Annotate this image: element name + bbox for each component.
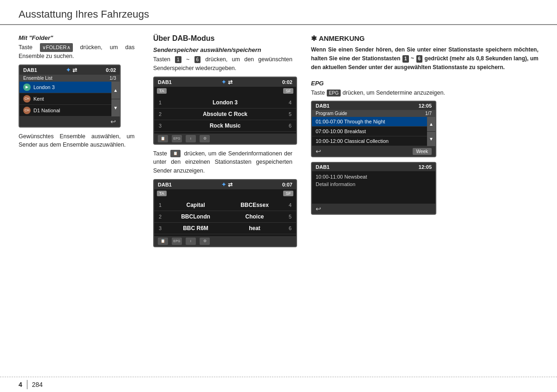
page-divider — [27, 380, 27, 389]
detail-info: Detail information — [316, 181, 432, 187]
preset-name: London 3 — [166, 99, 284, 106]
week-button[interactable]: Week — [413, 148, 432, 155]
bluetooth-icon: ✦ — [66, 67, 71, 73]
dab-icons: ✦ ⇄ — [221, 181, 233, 188]
note-btn-1[interactable]: 1 — [402, 55, 409, 63]
sync-icon: ⇄ — [72, 67, 77, 73]
list-item[interactable]: CH Kent — [19, 93, 111, 105]
station-row[interactable]: 3 BBC R6M heat 6 — [154, 223, 296, 234]
preset-right: 5 — [284, 111, 291, 117]
detail-footer: ↩ — [312, 204, 435, 214]
page-title: Ausstattung Ihres Fahrzeugs — [19, 8, 538, 20]
station-left: Capital — [166, 202, 225, 208]
dab-header: DAB1 ✦ ⇄ 0:07 — [154, 180, 296, 189]
list-item[interactable]: ▶ London 3 — [19, 82, 111, 93]
column-3: ✱ ANMERKUNG Wenn Sie einen Sender hören,… — [302, 34, 538, 252]
epg-subheader: Program Guide 1/7 — [312, 110, 435, 117]
dab-screen-ensemble: DAB1 ✦ ⇄ 0:02 Ensemble List 1/3 ▶ London… — [19, 64, 121, 128]
ensemble-list: ▶ London 3 CH Kent CH D1 National — [19, 82, 111, 116]
dab-screen-preset: DAB1 ✦ ⇄ 0:02 TA SF 1 London 3 4 2 — [153, 77, 297, 145]
station-right: heat — [225, 225, 284, 231]
tag-row: TA SF — [154, 189, 296, 198]
page-number: 284 — [32, 381, 43, 388]
preset-num: 3 — [159, 123, 166, 129]
list-item[interactable]: CH D1 National — [19, 105, 111, 116]
preset-row[interactable]: 3 Rock Music 6 — [154, 120, 296, 132]
info-btn-inline[interactable]: 📋 — [170, 150, 181, 157]
dab-label: DAB1 — [316, 164, 330, 170]
ensemble-subheader: Ensemble List 1/3 — [19, 75, 120, 82]
ensemble-list-area: ▶ London 3 CH Kent CH D1 National ▲ ▼ — [19, 82, 120, 116]
settings-icon[interactable]: ⚙ — [200, 238, 210, 245]
preset-num: 2 — [159, 111, 166, 117]
preset-btn-1[interactable]: 1 — [175, 56, 181, 63]
sync-icon: ⇄ — [228, 181, 233, 188]
ta-tag: TA — [157, 88, 167, 94]
page-number-bold: 4 — [19, 381, 22, 388]
detail-content: 10:00-11:00 Newsbeat Detail information — [312, 171, 435, 204]
dab-label: DAB1 — [316, 103, 330, 109]
preset-name: Rock Music — [166, 122, 284, 129]
epg-title: EPG — [311, 80, 538, 87]
info-icon[interactable]: i — [186, 135, 196, 142]
ensemble-label: Ensemble List — [23, 76, 52, 81]
info-icon[interactable]: i — [186, 238, 196, 245]
dab-time: 0:02 — [282, 79, 292, 85]
dab-screen-stations: DAB1 ✦ ⇄ 0:07 TA SF 1 Capital BBCEssex 4 — [153, 179, 297, 247]
epg-item[interactable]: 07:00-10:00 Breakfast — [312, 127, 427, 136]
folder-button[interactable]: ∨FOLDER∧ — [40, 43, 73, 52]
ch-icon: CH — [23, 107, 31, 114]
station-left: BBCLondn — [166, 213, 225, 220]
back-icon[interactable]: ↩ — [110, 118, 116, 125]
dab-footer: 📋 EPG i ⚙ — [154, 134, 296, 144]
preset-row[interactable]: 1 London 3 4 — [154, 97, 296, 109]
back-icon[interactable]: ↩ — [316, 205, 321, 212]
preset-btn-6[interactable]: 6 — [194, 56, 201, 63]
scroll-down-button[interactable]: ▼ — [427, 132, 435, 146]
station-left: BBC R6M — [166, 225, 225, 231]
dab-header: DAB1 12:05 — [312, 102, 435, 110]
play-icon: ▶ — [23, 84, 31, 91]
preset-num: 1 — [159, 100, 166, 105]
col2-section-title: Über DAB-Modus — [153, 34, 292, 43]
list-icon[interactable]: 📋 — [158, 238, 168, 245]
station-right: Choice — [225, 213, 284, 220]
epg-btn[interactable]: EPG — [327, 90, 340, 96]
epg-icon[interactable]: EPG — [172, 238, 182, 245]
col2-para1: Tasten 1 ~ 6 drücken, um den gewünschten… — [153, 55, 292, 73]
back-icon[interactable]: ↩ — [316, 148, 321, 155]
preset-right: 6 — [284, 123, 291, 129]
station-row[interactable]: 1 Capital BBCEssex 4 — [154, 199, 296, 211]
preset-row[interactable]: 2 Absolute C Rock 5 — [154, 109, 296, 120]
station-right-num: 5 — [284, 214, 291, 219]
station-right-num: 6 — [284, 225, 291, 231]
scroll-up-button[interactable]: ▲ — [111, 82, 120, 99]
list-icon[interactable]: 📋 — [158, 135, 168, 142]
note-btn-6[interactable]: 6 — [416, 55, 423, 63]
sync-icon: ⇄ — [228, 79, 233, 85]
dab-time: 0:02 — [106, 67, 116, 73]
station-row[interactable]: 2 BBCLondn Choice 5 — [154, 211, 296, 223]
epg-item[interactable]: 01:00-07:00 Through the Night — [312, 117, 427, 127]
scroll-up-button[interactable]: ▲ — [427, 117, 435, 131]
settings-icon[interactable]: ⚙ — [200, 135, 210, 142]
epg-list: 01:00-07:00 Through the Night 07:00-10:0… — [312, 117, 427, 146]
epg-para: Taste EPG drücken, um Sendetermine anzuz… — [311, 89, 538, 97]
col1-para2: Gewünschtes Ensemble auswählen, um Sende… — [19, 132, 135, 150]
epg-item[interactable]: 10:00-12:00 Classical Collection — [312, 136, 427, 146]
dab-time: 12:05 — [419, 164, 432, 170]
dab-label: DAB1 — [23, 67, 37, 73]
detail-title: 10:00-11:00 Newsbeat — [316, 174, 432, 180]
preset-grid: 1 London 3 4 2 Absolute C Rock 5 3 Rock … — [154, 95, 296, 134]
ch-icon: CH — [23, 95, 31, 103]
epg-icon[interactable]: EPG — [172, 135, 182, 142]
scroll-down-button[interactable]: ▼ — [111, 99, 120, 116]
note-text: Wenn Sie einen Sender hören, den Sie unt… — [311, 45, 538, 72]
station-num: 2 — [159, 214, 166, 219]
col2-sub-title: Senderspeicher auswählen/speichern — [153, 46, 292, 53]
ta-tag: TA — [157, 191, 167, 196]
sf-tag: SF — [283, 191, 293, 196]
dab-header: DAB1 ✦ ⇄ 0:02 — [19, 65, 120, 75]
column-2: Über DAB-Modus Senderspeicher auswählen/… — [144, 34, 302, 252]
note-section: ✱ ANMERKUNG Wenn Sie einen Sender hören,… — [311, 34, 538, 72]
